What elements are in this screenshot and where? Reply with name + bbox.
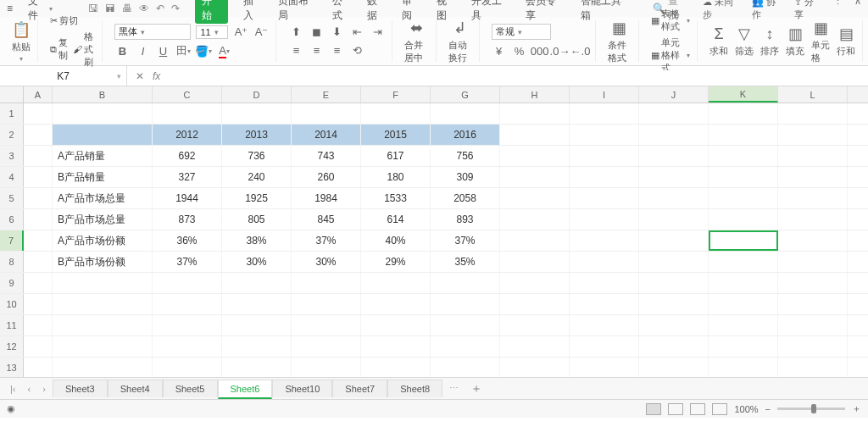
cond-format-button[interactable]: ▦条件格式 [608,19,632,64]
cell-A9[interactable] [24,273,53,293]
sheet-tab-Sheet6[interactable]: Sheet6 [218,380,273,399]
col-header-F[interactable]: F [361,86,431,103]
row-header-8[interactable]: 8 [0,252,24,272]
view-reading-icon[interactable] [712,403,727,415]
spreadsheet-grid[interactable]: ABCDEFGHIJKL 12201220132014201520163A产品销… [0,86,868,377]
row-header-7[interactable]: 7 [0,230,24,251]
italic-icon[interactable]: I [135,43,150,58]
cell-E5[interactable]: 1984 [292,188,361,208]
cell-I10[interactable] [570,294,639,314]
cell-C10[interactable] [153,294,222,314]
sheet-tab-Sheet8[interactable]: Sheet8 [387,380,442,397]
cell-H9[interactable] [500,273,570,293]
cell-L6[interactable] [778,209,848,230]
cut-button[interactable]: ✂ 剪切 [50,14,78,27]
cell-F13[interactable] [361,358,431,377]
cell-I8[interactable] [570,252,639,272]
zoom-value[interactable]: 100% [734,404,758,414]
align-middle-icon[interactable]: ◼ [309,25,324,40]
cell-J6[interactable] [639,209,709,230]
cell-J3[interactable] [639,146,709,166]
cell-F11[interactable] [361,315,431,335]
cell-E4[interactable]: 260 [292,167,361,187]
cell-A3[interactable] [24,146,53,166]
cell-L4[interactable] [778,167,848,187]
cell-C1[interactable] [153,103,222,124]
cancel-formula-icon[interactable]: ✕ [136,70,144,82]
tab-formulas[interactable]: 公式 [332,0,352,23]
col-header-G[interactable]: G [431,86,500,103]
cell-K4[interactable] [709,167,778,187]
cell-L12[interactable] [778,336,848,357]
cell-F5[interactable]: 1533 [361,188,431,208]
cell-I4[interactable] [570,167,639,187]
cell-D3[interactable]: 736 [222,146,292,166]
cell-H5[interactable] [500,188,570,208]
cell-G13[interactable] [431,358,500,377]
cell-C8[interactable]: 37% [153,252,222,272]
row-header-4[interactable]: 4 [0,167,24,187]
row-header-3[interactable]: 3 [0,146,24,166]
cell-C7[interactable]: 36% [153,230,222,251]
cell-K2[interactable] [709,125,778,145]
table-style-button[interactable]: ▦ 表格样式 ▾ [651,8,690,33]
cell-H2[interactable] [500,125,570,145]
cell-C11[interactable] [153,315,222,335]
cell-C4[interactable]: 327 [153,167,222,187]
cell-F2[interactable]: 2015 [361,125,431,145]
cell-H8[interactable] [500,252,570,272]
sheet-tab-Sheet7[interactable]: Sheet7 [332,380,387,397]
cell-I3[interactable] [570,146,639,166]
cell-G8[interactable]: 35% [431,252,500,272]
cell-F3[interactable]: 617 [361,146,431,166]
cell-K10[interactable] [709,294,778,314]
sheet-tab-Sheet10[interactable]: Sheet10 [272,380,332,397]
view-normal-icon[interactable] [646,403,661,415]
cell-D8[interactable]: 30% [222,252,292,272]
chevron-up-icon[interactable]: ∧ [854,0,861,21]
cell-D7[interactable]: 38% [222,230,292,251]
cell-K1[interactable] [709,103,778,124]
row-header-11[interactable]: 11 [0,315,24,335]
cell-L2[interactable] [778,125,848,145]
cell-B10[interactable] [53,294,153,314]
select-all-corner[interactable] [0,86,24,103]
align-bottom-icon[interactable]: ⬇ [329,25,344,40]
save-icon[interactable]: 🖫 [88,3,98,14]
print-preview-icon[interactable]: 👁 [139,3,149,14]
indent-increase-icon[interactable]: ⇥ [370,25,385,40]
cell-B13[interactable] [53,358,153,377]
cell-E6[interactable]: 845 [292,209,361,230]
cell-K8[interactable] [709,252,778,272]
cell-F4[interactable]: 180 [361,167,431,187]
zoom-out-button[interactable]: − [765,404,771,414]
cell-K11[interactable] [709,315,778,335]
cell-L9[interactable] [778,273,848,293]
cell-D9[interactable] [222,273,292,293]
cell-I1[interactable] [570,103,639,124]
fill-color-icon[interactable]: 🪣▾ [196,43,211,58]
cell-F7[interactable]: 40% [361,230,431,251]
name-box[interactable]: K7▾ [0,66,127,86]
print-icon[interactable]: 🖶 [122,3,132,14]
file-menu[interactable]: 文件 ▾ [28,0,53,23]
cell-G11[interactable] [431,315,500,335]
cell-G1[interactable] [431,103,500,124]
cell-F10[interactable] [361,294,431,314]
rowcol-button[interactable]: ▤行和 [837,25,855,58]
redo-icon[interactable]: ↷ [171,3,180,14]
cell-A4[interactable] [24,167,53,187]
more-icon[interactable]: ⋮ [833,0,843,21]
cell-F12[interactable] [361,336,431,357]
cell-E8[interactable]: 30% [292,252,361,272]
underline-icon[interactable]: U [155,43,170,58]
wrap-text-button[interactable]: ↲自动换行 [448,19,472,64]
cell-A7[interactable] [24,230,53,251]
cell-D4[interactable]: 240 [222,167,292,187]
col-header-E[interactable]: E [292,86,361,103]
row-header-12[interactable]: 12 [0,336,24,357]
cell-G3[interactable]: 756 [431,146,500,166]
decrease-font-icon[interactable]: A⁻ [253,25,269,40]
cell-C12[interactable] [153,336,222,357]
cell-C2[interactable]: 2012 [153,125,222,145]
